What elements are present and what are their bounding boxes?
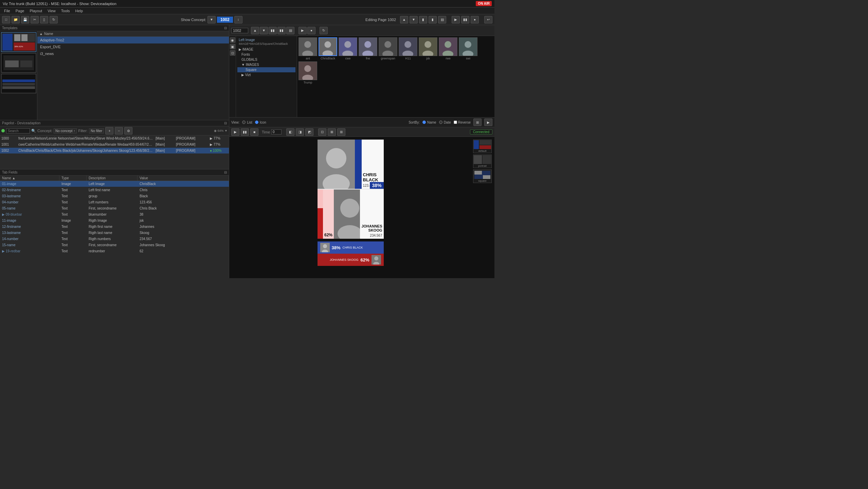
concept-expand-btn[interactable]: ↕ [234,16,242,23]
img-ant[interactable]: ant [299,37,317,60]
menu-tools[interactable]: Tools [58,9,73,13]
sort-name-radio[interactable]: Name [422,121,436,124]
tabfield-row-5[interactable]: ▶ 09-bluebar Text bluenumber 38 [0,212,229,218]
img-fne[interactable]: fne [359,37,377,60]
template-item-1[interactable]: Adaptive-Trio2 [37,37,229,43]
prev-btn3[interactable]: ◩ [305,128,313,136]
template-thumb-1[interactable]: 38% 62% [1,32,36,52]
concept-down-btn[interactable]: ▼ [207,16,216,23]
concept-value-input[interactable]: 1002 [217,17,233,23]
rt-btn1[interactable]: ▲ [251,27,259,34]
save-btn[interactable]: 💾 [21,16,29,23]
edit-btn2[interactable]: ▼ [410,16,418,23]
pagelist-row-0[interactable]: 1000 fne/Lennie/Nelson/Lennie Nelson/swi… [0,135,229,142]
tabfield-row-4[interactable]: 05-name Text First, secondname Chris Bla… [0,205,229,212]
reverse-checkbox-label[interactable]: Reverse [454,121,471,124]
list-radio-btn[interactable] [242,121,246,124]
template-thumb-3[interactable] [1,74,36,93]
rt-play-btn[interactable]: ▶ [299,27,307,34]
pagelist-del-btn[interactable]: − [115,127,123,134]
tabfields-resize[interactable]: ⊟ [224,170,227,174]
prev-btn1[interactable]: ◧ [286,128,294,136]
menu-page[interactable]: Page [13,9,27,13]
img-rwe[interactable]: rwe [439,37,457,60]
img-jsk[interactable]: jsk [419,37,437,60]
pagelist-row-2[interactable]: 1002 ChrisBlack/Chris/Black/Chris Black/… [0,148,229,154]
view-refresh-btn[interactable]: ⊞ [473,119,482,126]
view-collapse-btn[interactable]: ▶ [484,119,492,126]
cut-btn[interactable]: ✂ [31,16,39,23]
open-btn[interactable]: 📁 [12,16,20,23]
tabfield-row-6[interactable]: 11-image Image Rigth Image jsk [0,218,229,224]
tree-item-square[interactable]: Square [237,67,295,72]
prev-stop-btn[interactable]: ■ [250,128,258,136]
rt-btn2[interactable]: ▼ [260,27,268,34]
edit-btn4[interactable]: ▮ [429,16,437,23]
reverse-checkbox[interactable] [454,121,457,124]
rt-btn3[interactable]: ▮▮ [269,27,277,34]
tabfield-row-9[interactable]: 14-number Text Rigth numbers 234.567 [0,236,229,242]
tabfield-row-1[interactable]: 02-firstname Text Left first name Chris [0,187,229,193]
img-trump[interactable]: Trump [299,61,317,84]
prev-btn2[interactable]: ◨ [296,128,304,136]
rec-btn[interactable]: ● [471,16,479,23]
prev-btn4[interactable]: ⊡ [318,128,326,136]
edit-btn3[interactable]: ▮ [419,16,427,23]
img-cwe[interactable]: cwe [339,37,357,60]
pagelist-resize[interactable]: ⊟ [224,121,227,125]
side-thumb-default[interactable]: default [473,140,492,153]
prev-btn5[interactable]: ⊠ [328,128,336,136]
page-id-input[interactable] [231,28,248,33]
refresh-btn[interactable]: ↻ [50,16,58,23]
stop-btn[interactable]: ▮▮ [461,16,469,23]
edit-btn1[interactable]: ▲ [400,16,408,23]
tabfield-row-11[interactable]: ▶ 19-redbar Text rednumber 62 [0,248,229,254]
rt-btn5[interactable]: ▤ [286,27,294,34]
time-input[interactable] [271,129,282,134]
edit-btn5[interactable]: ▤ [438,16,446,23]
tree-item-vizt[interactable]: ▶ Vizt [237,72,295,77]
img-greenspan[interactable]: greenspan [379,37,397,60]
view-icon-radio[interactable]: Icon [255,121,266,124]
menu-playout[interactable]: Playout [27,9,45,13]
tabfield-row-0[interactable]: 01-image Image Left Image ChrisBlack [0,181,229,187]
filter-value[interactable]: No filter [89,128,104,133]
menu-help[interactable]: Help [72,9,86,13]
img-swi[interactable]: swi [459,37,477,60]
play-btn[interactable]: ▶ [452,16,460,23]
template-item-2[interactable]: Esport_DVE [37,43,229,50]
menu-file[interactable]: File [1,9,13,13]
img-icon-2[interactable]: ▣ [230,44,235,49]
prev-pause-btn[interactable]: ▮▮ [241,128,249,136]
menu-view[interactable]: View [45,9,58,13]
tabfield-row-2[interactable]: 03-lastname Text group Black [0,193,229,199]
side-thumb-portrait[interactable]: portrait [473,155,492,168]
rt-refresh-btn[interactable]: ↻ [320,27,328,34]
img-icon-3[interactable]: ⊡ [230,50,235,56]
tree-item-images[interactable]: ▼ IMAGES [237,62,295,67]
pagelist-add-btn[interactable]: + [105,127,113,134]
name-radio-btn[interactable] [422,121,426,124]
tabfield-row-8[interactable]: 13-lastname Text Rigth last name Skoog [0,230,229,236]
concept-filter-value[interactable]: No concept ↑ [54,128,77,133]
undo-btn[interactable]: ↩ [484,16,492,23]
side-thumb-square[interactable]: square [473,169,492,183]
view-list-radio[interactable]: List [242,121,252,124]
prev-play-btn[interactable]: ▶ [231,128,239,136]
pagelist-row-1[interactable]: 1001 cwe/Catherine/Webb/catherine Webb/r… [0,142,229,148]
copy-btn[interactable]: ▯ [40,16,48,23]
tabfield-row-3[interactable]: 04-number Text Left numbers 123.456 [0,199,229,205]
template-thumb-2[interactable] [1,53,36,73]
tabfield-row-7[interactable]: 12-firstname Text Rigth first name Johan… [0,224,229,230]
pagelist-settings-btn[interactable]: ⚙ [124,127,132,134]
sort-date-radio[interactable]: Date [439,121,451,124]
tree-item-globals[interactable]: GLOBALS [237,57,295,62]
tree-item-image[interactable]: ▶ IMAGE [237,47,295,52]
tabfield-row-10[interactable]: 15-name Text First, secondname Johannes … [0,242,229,248]
rt-stop-btn[interactable]: ● [307,27,315,34]
templates-resize[interactable]: ⊟ [224,26,227,30]
tree-item-fonts[interactable]: Fonts [237,52,295,57]
img-h11[interactable]: H11 [399,37,417,60]
img-icon-1[interactable]: ◉ [230,37,235,43]
icon-radio-btn[interactable] [255,121,258,124]
